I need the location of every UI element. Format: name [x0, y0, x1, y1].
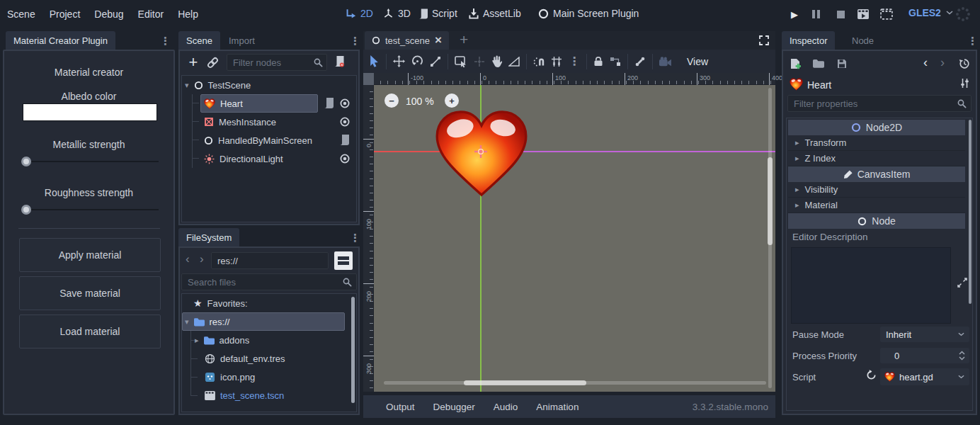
renderer-dropdown[interactable]: GLES2: [908, 7, 953, 18]
smart-snap-button[interactable]: [533, 56, 545, 67]
instance-scene-button[interactable]: [207, 57, 219, 69]
origin-gizmo-icon[interactable]: [474, 144, 488, 159]
tab-filesystem[interactable]: FileSystem: [178, 228, 239, 246]
tab-material-creator-plugin[interactable]: Material Creator Plugin: [6, 31, 115, 50]
scene-node-handledbymainscreen[interactable]: HandledByMainScreen: [204, 131, 312, 149]
script-dropdown[interactable]: heart.gd: [880, 368, 969, 385]
process-priority-spinbox[interactable]: 0: [880, 348, 969, 363]
expander-icon[interactable]: ▾: [185, 317, 189, 327]
object-tools-icon[interactable]: [960, 78, 969, 89]
bottom-tab-audio[interactable]: Audio: [494, 402, 518, 412]
history-forward-button[interactable]: ›: [200, 252, 204, 266]
view-menu-button[interactable]: View: [687, 56, 708, 67]
h-scrollbar-thumb[interactable]: [464, 380, 586, 385]
open-script-icon[interactable]: [324, 98, 334, 108]
workspace-script-button[interactable]: Script: [419, 8, 457, 19]
open-script-icon[interactable]: [340, 135, 349, 145]
reload-script-icon[interactable]: [866, 370, 877, 380]
slider-grabber[interactable]: [21, 205, 31, 215]
expander-icon[interactable]: ▸: [195, 336, 199, 345]
group-visibility[interactable]: ▸Visibility: [788, 182, 965, 198]
filesystem-menu-icon[interactable]: ⋮: [350, 232, 360, 244]
play-custom-scene-button[interactable]: [880, 8, 893, 20]
move-pivot-tool-button[interactable]: [474, 56, 485, 67]
tab-node[interactable]: Node: [844, 31, 882, 50]
filesystem-scrollbar[interactable]: [351, 297, 355, 403]
search-files-input[interactable]: [181, 273, 357, 290]
lock-object-button[interactable]: [593, 56, 603, 67]
new-resource-button[interactable]: [790, 58, 801, 69]
file-row-default-env[interactable]: default_env.tres: [205, 349, 285, 368]
play-scene-button[interactable]: [857, 8, 870, 20]
history-forward-button[interactable]: ›: [940, 55, 945, 70]
menu-help[interactable]: Help: [171, 0, 205, 28]
grid-snap-button[interactable]: [551, 56, 562, 67]
scene-node-testscene[interactable]: ▾ TestScene: [185, 76, 251, 94]
history-icon[interactable]: [959, 58, 970, 69]
roughness-strength-slider[interactable]: [21, 204, 159, 215]
bottom-tab-animation[interactable]: Animation: [536, 402, 579, 412]
canvas-2d[interactable]: − 100 % +: [374, 85, 775, 392]
tab-inspector[interactable]: Inspector: [782, 31, 835, 50]
visibility-eye-icon[interactable]: [339, 153, 351, 164]
group-object-button[interactable]: [610, 57, 621, 67]
bottom-tab-debugger[interactable]: Debugger: [433, 402, 475, 412]
history-back-button[interactable]: ‹: [186, 252, 190, 266]
file-row-res[interactable]: ▾ res://: [185, 312, 229, 331]
clear-script-button[interactable]: [334, 56, 344, 67]
move-tool-button[interactable]: [393, 55, 405, 67]
current-path-field[interactable]: [211, 252, 329, 269]
apply-material-button[interactable]: Apply material: [19, 238, 161, 272]
editor-description-textarea[interactable]: [791, 247, 951, 324]
load-material-button[interactable]: Load material: [19, 314, 161, 348]
zoom-level-label[interactable]: 100 %: [406, 96, 434, 107]
workspace-2d-button[interactable]: 2D: [345, 8, 373, 19]
expander-icon[interactable]: ▾: [185, 81, 189, 90]
list-select-tool-button[interactable]: [455, 56, 467, 67]
split-mode-button[interactable]: [334, 251, 353, 270]
metallic-strength-slider[interactable]: [21, 156, 159, 167]
tab-scene[interactable]: Scene: [178, 31, 220, 50]
left-dock-menu-icon[interactable]: ⋮: [160, 35, 171, 47]
group-z-index[interactable]: ▸Z Index: [788, 151, 965, 166]
distraction-free-icon[interactable]: [758, 35, 770, 46]
albedo-color-picker[interactable]: [23, 103, 157, 121]
menu-scene[interactable]: Scene: [0, 0, 42, 28]
scene-dock-menu-icon[interactable]: ⋮: [350, 35, 360, 47]
pause-button[interactable]: [812, 10, 820, 18]
workspace-main-screen-plugin-button[interactable]: Main Screen Plugin: [538, 8, 639, 19]
stop-button[interactable]: [837, 10, 845, 21]
bottom-tab-output[interactable]: Output: [386, 402, 415, 412]
menu-debug[interactable]: Debug: [87, 0, 130, 28]
new-scene-tab-button[interactable]: +: [460, 31, 468, 48]
skeleton-bone-button[interactable]: [634, 56, 646, 67]
group-transform[interactable]: ▸Transform: [788, 135, 965, 151]
v-scrollbar-thumb[interactable]: [768, 157, 773, 245]
slider-grabber[interactable]: [21, 157, 31, 166]
scene-node-heart[interactable]: Heart: [204, 94, 243, 113]
scene-node-meshinstance[interactable]: MeshInstance: [204, 113, 276, 131]
zoom-out-button[interactable]: −: [384, 94, 399, 108]
scene-node-directionallight[interactable]: DirectionalLight: [204, 149, 283, 168]
load-resource-button[interactable]: [813, 59, 824, 68]
file-row-icon-png[interactable]: icon.png: [205, 368, 255, 386]
ruler-tool-button[interactable]: [508, 57, 520, 67]
pan-tool-button[interactable]: [491, 55, 502, 67]
visibility-eye-icon[interactable]: [339, 98, 351, 109]
scale-tool-button[interactable]: [430, 56, 441, 67]
favorites-row[interactable]: ★ Favorites:: [193, 294, 248, 312]
workspace-assetlib-button[interactable]: AssetLib: [469, 8, 521, 19]
onion-camera-button[interactable]: [659, 57, 672, 67]
close-tab-icon[interactable]: ×: [435, 35, 442, 45]
save-material-button[interactable]: Save material: [19, 276, 161, 310]
visibility-eye-icon[interactable]: [339, 116, 351, 128]
inspector-menu-icon[interactable]: ⋮: [967, 35, 978, 47]
tab-import[interactable]: Import: [221, 31, 263, 50]
inspector-scrollbar[interactable]: [969, 120, 972, 304]
tab-test-scene[interactable]: test_scene ×: [365, 31, 449, 50]
add-node-button[interactable]: +: [186, 52, 201, 72]
select-tool-button[interactable]: [369, 55, 380, 67]
file-row-test-scene[interactable]: test_scene.tscn: [205, 386, 284, 404]
zoom-in-button[interactable]: +: [445, 94, 459, 108]
play-button[interactable]: ▶: [787, 8, 802, 21]
